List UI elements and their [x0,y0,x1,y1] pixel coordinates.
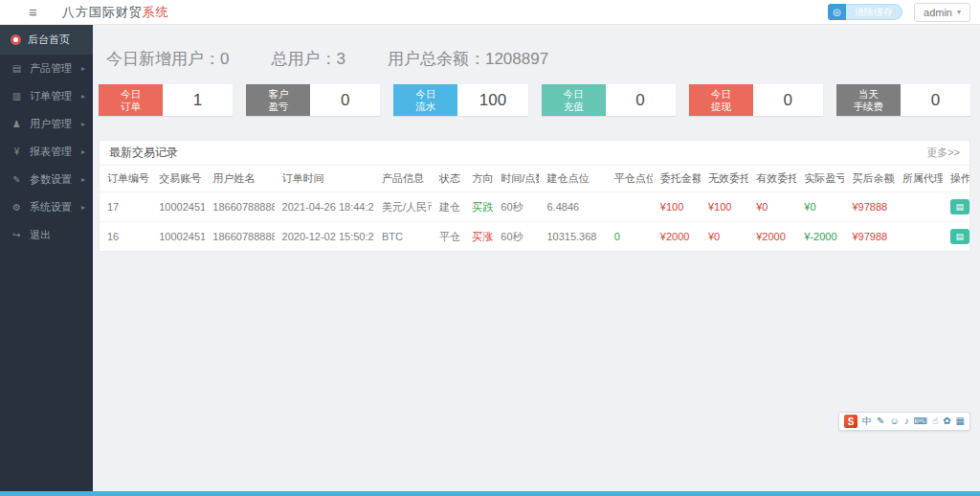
col-order-time: 订单时间 [275,166,374,192]
view-order-button[interactable]: ▤ [950,199,969,214]
col-user-name: 用户姓名 [205,166,274,192]
voice-icon[interactable]: ♪ [904,417,909,426]
sidebar-item-users[interactable]: ♟ 用户管理 ▸ [0,110,93,138]
panel-header: 最新交易记录 更多>> [100,141,969,166]
card-today-fees: 当天手续费 0 [836,84,970,116]
col-status: 状态 [432,166,464,192]
stat-total-balance: 用户总余额：1208897 [388,48,548,70]
summary-stats: 今日新增用户：0 总用户：3 用户总余额：1208897 [106,48,980,70]
users-icon: ♟ [11,119,23,129]
col-order-id: 订单编号 [100,166,151,192]
stat-value: 3 [336,50,345,68]
user-menu-button[interactable]: admin ▾ [914,3,970,22]
cell-close-price: 0 [607,222,653,252]
chevron-right-icon: ▸ [81,120,85,128]
cell-balance-after: ¥97888 [844,192,894,222]
cell-close-price [607,192,653,222]
trades-table: 订单编号 交易账号 用户姓名 订单时间 产品信息 状态 方向 时间/点数 建仓点… [100,166,969,251]
card-label-line: 订单 [121,101,141,112]
skin-icon[interactable]: ✿ [943,417,950,426]
sidebar-item-products[interactable]: ▤ 产品管理 ▸ [0,55,93,82]
sidebar-item-label: 订单管理 [30,89,72,103]
gear-icon: ⚙ [11,202,23,213]
cell-order-id: 16 [100,222,151,252]
card-label: 今日流水 [393,84,457,116]
cell-product: BTC [374,222,432,252]
menu-toggle-icon[interactable]: ≡ [29,4,37,20]
reports-icon: ¥ [11,147,23,157]
sogou-logo[interactable]: S [844,415,858,428]
col-account: 交易账号 [151,166,205,192]
sidebar-item-reports[interactable]: ¥ 报表管理 ▸ [0,138,93,166]
card-label: 当天手续费 [836,84,901,116]
cell-balance-after: ¥97988 [844,222,894,252]
sidebar-item-label: 参数设置 [30,172,72,187]
list-icon: ▤ [956,232,965,241]
chevron-right-icon: ▸ [81,92,85,101]
more-link[interactable]: 更多>> [926,146,960,160]
cell-direction: 买涨 [464,222,493,252]
chinese-mode-icon[interactable]: 中 [862,417,872,426]
col-direction: 方向 [464,166,493,192]
emoji-icon[interactable]: ☺ [889,417,899,426]
stat-label: 用户总余额： [388,50,485,68]
cell-actual-pnl: ¥0 [796,192,844,222]
cell-agent [895,222,943,252]
card-label: 今日充值 [542,84,606,116]
handwriting-icon[interactable]: ✎ [877,417,884,426]
col-actions: 操作 [943,166,969,192]
cell-account: 10002451 [151,192,205,222]
cell-status: 平仓 [432,222,464,252]
card-customer-pnl: 客户盈亏 0 [246,84,380,116]
col-open-price: 建仓点位 [539,166,606,192]
cell-amount: ¥100 [653,192,701,222]
cell-open-price: 10315.368 [539,222,606,252]
stat-value: 1208897 [485,50,548,68]
sidebar-item-logout[interactable]: ↪ 退出 [0,221,93,249]
cell-status: 建仓 [432,192,464,222]
sidebar: 后台首页 ▤ 产品管理 ▸ ▥ 订单管理 ▸ ♟ 用户管理 ▸ ¥ 报表管理 ▸… [0,25,93,496]
sidebar-item-system[interactable]: ⚙ 系统设置 ▸ [0,193,93,221]
app-title: 八方国际财贸系统 [62,4,169,21]
clear-cache-button[interactable]: ◎ 清除缓存 [828,4,902,20]
card-value: 1 [163,84,233,116]
sidebar-item-dashboard[interactable]: 后台首页 [0,25,93,55]
keyboard-icon[interactable]: ⌨ [914,417,927,426]
card-label-line: 手续费 [854,101,884,112]
col-amount: 委托金额 [653,166,701,192]
cell-amount: ¥2000 [653,222,701,252]
card-label-line: 今日 [121,88,141,100]
horizontal-scrollbar-thumb[interactable] [0,491,980,496]
cell-order-time: 2021-04-26 18:44:21 [275,192,374,222]
product-icon: ▤ [11,63,23,74]
view-order-button[interactable]: ▤ [950,229,969,244]
col-actual-pnl: 实际盈亏 [796,166,844,192]
card-label-line: 客户 [268,88,288,100]
cell-invalid-amount: ¥0 [701,222,748,252]
latest-trades-panel: 最新交易记录 更多>> 订单编号 交易账号 用户姓名 订单时间 产品信息 状态 [99,140,970,252]
card-label-line: 今日 [711,88,731,100]
card-label-line: 今日 [564,88,584,100]
sidebar-item-parameters[interactable]: ✎ 参数设置 ▸ [0,166,93,193]
cell-actual-pnl: ¥-2000 [796,222,844,252]
stat-cards-row: 今日订单 1 客户盈亏 0 今日流水 100 今日充值 0 今日提现 0 当天手… [99,84,970,116]
col-product: 产品信息 [374,166,432,192]
card-label: 客户盈亏 [246,84,310,116]
card-today-turnover: 今日流水 100 [393,84,527,116]
sidebar-item-orders[interactable]: ▥ 订单管理 ▸ [0,82,93,110]
card-value: 0 [901,84,970,116]
dashboard-icon [11,34,21,45]
cell-time-points: 60秒 [493,192,539,222]
card-value: 0 [753,84,823,116]
hand-input-icon[interactable]: ☝ [932,417,938,426]
cell-direction: 买跌 [464,192,493,222]
col-invalid-amount: 无效委托 [701,166,748,192]
cell-account: 10002451 [151,222,205,252]
params-icon: ✎ [11,174,23,185]
main-content: 今日新增用户：0 总用户：3 用户总余额：1208897 今日订单 1 客户盈亏… [93,25,980,496]
app-title-main: 八方国际财贸 [62,5,143,19]
card-label-line: 今日 [415,88,435,100]
toolbox-icon[interactable]: ▦ [956,417,965,426]
col-close-price: 平仓点位 [607,166,653,192]
col-agent: 所属代理 [895,166,943,192]
